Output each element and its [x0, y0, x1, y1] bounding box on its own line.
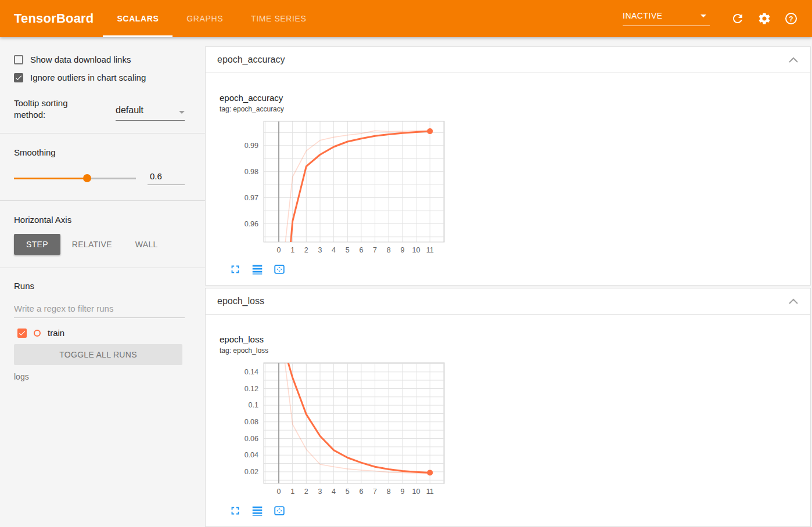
smoothing-slider-thumb[interactable] — [83, 174, 91, 182]
run-name: train — [48, 328, 64, 338]
tooltip-sorting-label: Tooltip sorting method: — [14, 98, 89, 121]
slider-track-filled — [14, 178, 87, 179]
tab-graphs[interactable]: GRAPHS — [173, 0, 237, 37]
svg-text:4: 4 — [332, 246, 336, 254]
scalar-line-chart-epoch-loss[interactable]: 0.020.040.060.080.10.120.140123456789101… — [220, 362, 796, 502]
chevron-up-icon[interactable] — [788, 298, 799, 305]
show-download-links-label: Show data download links — [30, 55, 131, 64]
svg-text:0.06: 0.06 — [245, 435, 258, 443]
card-title: epoch_accuracy — [217, 55, 285, 65]
svg-text:6: 6 — [359, 488, 363, 496]
caret-down-icon — [179, 111, 185, 114]
sidebar: Show data download links Ignore outliers… — [0, 37, 205, 527]
svg-text:7: 7 — [373, 246, 377, 254]
svg-text:0: 0 — [277, 246, 281, 254]
svg-text:2: 2 — [304, 488, 308, 496]
run-train-checkbox[interactable] — [17, 329, 27, 338]
svg-text:5: 5 — [346, 488, 350, 496]
fit-domain-icon[interactable] — [273, 504, 286, 517]
smoothing-value[interactable]: 0.6 — [148, 171, 185, 185]
svg-text:10: 10 — [412, 246, 421, 254]
runs-list-icon[interactable] — [251, 263, 264, 276]
smoothing-slider[interactable] — [14, 174, 136, 182]
svg-text:0.02: 0.02 — [245, 468, 258, 476]
axis-step-button[interactable]: STEP — [14, 234, 60, 255]
runs-label: Runs — [0, 281, 205, 291]
fit-domain-icon[interactable] — [273, 263, 286, 276]
smoothing-label: Smoothing — [0, 147, 205, 157]
app-title: TensorBoard — [14, 11, 94, 26]
svg-text:0.04: 0.04 — [245, 451, 258, 459]
fullscreen-icon[interactable] — [229, 504, 242, 517]
svg-text:0.1: 0.1 — [249, 401, 258, 409]
svg-text:10: 10 — [412, 488, 421, 496]
svg-text:11: 11 — [426, 246, 434, 254]
svg-text:2: 2 — [304, 246, 308, 254]
main-content: epoch_accuracy epoch_accuracy tag: epoch… — [205, 37, 812, 527]
horizontal-axis-label: Horizontal Axis — [0, 215, 205, 225]
svg-text:0: 0 — [277, 488, 281, 496]
status-dropdown[interactable]: INACTIVE — [623, 11, 710, 26]
runs-filter-input[interactable] — [14, 302, 185, 318]
help-icon[interactable]: ? — [784, 12, 798, 26]
svg-text:0.96: 0.96 — [245, 220, 258, 228]
chevron-up-icon[interactable] — [788, 56, 799, 63]
app-header: TensorBoard SCALARS GRAPHS TIME SERIES I… — [0, 0, 812, 37]
card-epoch-loss: epoch_loss epoch_loss tag: epoch_loss 0.… — [205, 288, 811, 527]
svg-text:0.08: 0.08 — [245, 418, 258, 426]
chart-toolbar — [229, 504, 796, 517]
chart-title: epoch_accuracy — [220, 93, 796, 103]
sidebar-divider — [0, 268, 205, 268]
tooltip-sorting-dropdown[interactable]: default — [116, 98, 185, 121]
svg-text:8: 8 — [387, 488, 391, 496]
sidebar-divider — [0, 200, 205, 201]
toggle-all-runs-button[interactable]: TOGGLE ALL RUNS — [14, 344, 182, 365]
ignore-outliers-label: Ignore outliers in chart scaling — [30, 73, 146, 82]
main-tabs: SCALARS GRAPHS TIME SERIES — [103, 0, 320, 37]
chart-tag: tag: epoch_accuracy — [220, 105, 796, 113]
svg-text:?: ? — [789, 15, 793, 23]
ignore-outliers-checkbox[interactable] — [14, 73, 23, 82]
svg-text:0.99: 0.99 — [245, 142, 258, 150]
refresh-icon[interactable] — [731, 12, 745, 26]
svg-text:11: 11 — [426, 488, 434, 496]
svg-text:0.98: 0.98 — [245, 168, 258, 176]
svg-text:9: 9 — [400, 488, 404, 496]
tooltip-sorting-value: default — [116, 105, 143, 115]
chart-tag: tag: epoch_loss — [220, 346, 796, 355]
svg-text:0.12: 0.12 — [245, 385, 258, 393]
runs-directory-label: logs — [14, 372, 205, 381]
axis-relative-button[interactable]: RELATIVE — [60, 234, 124, 255]
show-download-links-checkbox[interactable] — [14, 55, 23, 64]
tab-time-series[interactable]: TIME SERIES — [237, 0, 320, 37]
chart-title: epoch_loss — [220, 334, 796, 344]
svg-text:6: 6 — [359, 246, 363, 254]
caret-down-icon — [700, 15, 706, 17]
svg-text:9: 9 — [400, 246, 404, 254]
card-header: epoch_loss — [206, 288, 810, 315]
card-epoch-accuracy: epoch_accuracy epoch_accuracy tag: epoch… — [205, 46, 811, 286]
scalar-line-chart-epoch-accuracy[interactable]: 0.960.970.980.9901234567891011 — [220, 120, 796, 261]
svg-text:7: 7 — [373, 488, 377, 496]
svg-text:3: 3 — [318, 246, 322, 254]
sidebar-divider — [0, 133, 205, 133]
svg-text:5: 5 — [346, 246, 350, 254]
svg-text:8: 8 — [387, 246, 391, 254]
chart-toolbar — [229, 263, 796, 276]
gear-icon[interactable] — [757, 12, 771, 26]
card-title: epoch_loss — [217, 296, 264, 306]
svg-text:3: 3 — [318, 488, 322, 496]
run-color-swatch-icon — [34, 330, 41, 337]
svg-text:4: 4 — [332, 488, 336, 496]
svg-text:0.97: 0.97 — [245, 194, 258, 202]
axis-wall-button[interactable]: WALL — [124, 234, 170, 255]
svg-text:0.14: 0.14 — [245, 368, 258, 376]
slider-track-empty — [87, 178, 136, 179]
svg-text:1: 1 — [290, 488, 294, 496]
fullscreen-icon[interactable] — [229, 263, 242, 276]
tab-scalars[interactable]: SCALARS — [103, 0, 173, 37]
svg-text:1: 1 — [290, 246, 294, 254]
runs-list-icon[interactable] — [251, 504, 264, 517]
status-dropdown-value: INACTIVE — [623, 11, 663, 20]
run-row-train: train — [0, 328, 205, 338]
